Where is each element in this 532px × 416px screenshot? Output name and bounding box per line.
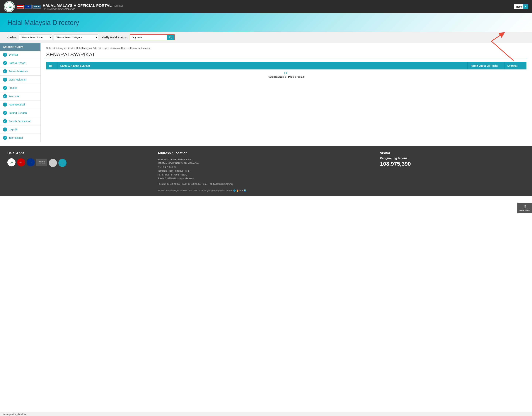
sidebar-item-hotel[interactable]: ✓ Hotel & Resort bbox=[0, 59, 40, 67]
welcome-text: Selamat datang ke direktori Halal Malays… bbox=[46, 47, 526, 49]
portal-title: HALAL MALAYSIA OFFICIAL PORTAL ENG BM bbox=[43, 3, 512, 8]
malaysia-flag bbox=[17, 5, 24, 9]
footer-apps: Halal Apps حلال MY ☽ JABATANSYARIKAT ● bbox=[7, 151, 152, 192]
sidebar-label-premis: Premis Makanan bbox=[9, 70, 28, 73]
section-title: SENARAI SYARIKAT bbox=[46, 52, 526, 59]
check-icon-produk: ✓ bbox=[3, 86, 7, 90]
sidebar-item-produk[interactable]: ✓ Produk bbox=[0, 84, 40, 92]
footer-address-body: BAHAGIAN PENGURUSAN HALAL, JABATAN KEMAJ… bbox=[158, 158, 374, 180]
svg-line-1 bbox=[171, 38, 172, 39]
footer: Halal Apps حلال MY ☽ JABATANSYARIKAT ● bbox=[0, 146, 532, 196]
verify-search-wrapper bbox=[130, 34, 175, 40]
nav-menu-select[interactable]: Home bbox=[514, 4, 528, 9]
footer-address: Address / Location BAHAGIAN PENGURUSAN H… bbox=[158, 151, 374, 192]
results-table-wrapper: Bil Nama & Alamat Syarikat Tarikh Luput … bbox=[46, 62, 526, 81]
sidebar-label-hotel: Hotel & Resort bbox=[9, 62, 25, 65]
app-logo-4: JABATANSYARIKAT bbox=[36, 159, 47, 166]
content-area: Selamat datang ke direktori Halal Malays… bbox=[41, 43, 532, 142]
footer-visitor: Visitor Pengunjung terkini : 108,975,390 bbox=[380, 151, 525, 192]
col-header-cert: Syarikat bbox=[504, 62, 526, 69]
check-icon-logistik: ✓ bbox=[3, 127, 7, 132]
sidebar-item-kosmetik[interactable]: ✓ Kosmetik bbox=[0, 92, 40, 101]
verify-search-input[interactable] bbox=[130, 35, 167, 40]
svg-point-0 bbox=[170, 36, 171, 38]
check-icon-hotel: ✓ bbox=[3, 61, 7, 65]
visitor-title: Visitor bbox=[380, 151, 525, 155]
app-logo-6: H bbox=[58, 159, 66, 167]
pagination[interactable]: [ 1 ] bbox=[46, 69, 526, 75]
footer-apps-title: Halal Apps bbox=[7, 151, 152, 155]
main-content: Kategori / Skim ✓ Syarikat ✓ Hotel & Res… bbox=[0, 43, 532, 142]
check-icon-international: ✓ bbox=[3, 136, 7, 140]
footer-logos: حلال MY ☽ JABATANSYARIKAT ● H bbox=[7, 158, 152, 167]
check-icon-menu: ✓ bbox=[3, 78, 7, 82]
footer-address-title: Address / Location bbox=[158, 151, 374, 155]
nav-menu-wrapper[interactable]: Home ▼ bbox=[514, 4, 528, 9]
halal-logo: حلال bbox=[4, 1, 15, 12]
site-header: حلال ☽✦ JAKIM HALAL MALAYSIA OFFICIAL PO… bbox=[0, 0, 532, 13]
category-select[interactable]: Please Select Category bbox=[54, 35, 98, 40]
flag-logos: ☽✦ JAKIM bbox=[17, 5, 41, 9]
crescent-flag: ☽✦ bbox=[25, 5, 32, 9]
sidebar-label-barang: Barang Gunaan bbox=[9, 111, 27, 114]
directory-title: Halal Malaysia Directory bbox=[7, 19, 525, 27]
sidebar-label-syarikat: Syarikat bbox=[9, 53, 18, 56]
sidebar-item-menu[interactable]: ✓ Menu Makanan bbox=[0, 76, 40, 84]
check-icon-rumah: ✓ bbox=[3, 119, 7, 123]
verify-label: Verify Halal Status : bbox=[102, 36, 128, 39]
sidebar-item-barang[interactable]: ✓ Barang Gunaan bbox=[0, 109, 40, 117]
sidebar-label-international: International bbox=[9, 136, 23, 139]
sidebar-item-syarikat[interactable]: ✓ Syarikat bbox=[0, 51, 40, 59]
sidebar-label-produk: Produk bbox=[9, 86, 17, 89]
check-icon-farma: ✓ bbox=[3, 103, 7, 107]
record-info: Total Record : 0 - Page 1 From 0 bbox=[46, 75, 526, 81]
search-label: Carian: bbox=[7, 36, 17, 39]
sidebar-item-premis[interactable]: ✓ Premis Makanan bbox=[0, 67, 40, 76]
footer-resolution: Paparan terbaik dengan resolusi 1024 x 7… bbox=[158, 189, 374, 192]
portal-subtitle: PORTAL RASMI HALAL MALAYSIA bbox=[43, 8, 512, 10]
results-table: Bil Nama & Alamat Syarikat Tarikh Luput … bbox=[46, 62, 526, 69]
search-button[interactable] bbox=[167, 35, 174, 40]
footer-grid: Halal Apps حلال MY ☽ JABATANSYARIKAT ● bbox=[7, 151, 525, 192]
search-bar: Carian: Please Select State Please Selec… bbox=[0, 32, 532, 43]
search-icon bbox=[169, 36, 172, 39]
sidebar-item-rumah[interactable]: ✓ Rumah Sembelihan bbox=[0, 117, 40, 125]
sidebar-item-international[interactable]: ✓ International bbox=[0, 134, 40, 142]
halal-logo-inner: حلال bbox=[4, 2, 14, 11]
lang-switch[interactable]: ENG BM bbox=[113, 5, 123, 7]
app-logo-1: حلال bbox=[7, 158, 16, 166]
col-header-name: Nama & Alamat Syarikat bbox=[57, 62, 467, 69]
app-logo-3: ☽ bbox=[27, 158, 35, 166]
sidebar-label-logistik: Logistik bbox=[9, 128, 17, 131]
state-select[interactable]: Please Select State bbox=[19, 35, 52, 40]
visitor-label: Pengunjung terkini : bbox=[380, 157, 525, 160]
col-header-date: Tarikh Luput Sijil Halal bbox=[467, 62, 504, 69]
check-icon-syarikat: ✓ bbox=[3, 53, 7, 57]
col-header-no: Bil bbox=[46, 62, 57, 69]
sidebar-label-menu: Menu Makanan bbox=[9, 78, 26, 81]
jakim-logo: JAKIM bbox=[32, 5, 41, 9]
app-logo-5: ● bbox=[49, 159, 57, 167]
hero-banner: Halal Malaysia Directory bbox=[0, 13, 532, 32]
check-icon-premis: ✓ bbox=[3, 69, 7, 73]
header-nav: Home ▼ bbox=[514, 4, 528, 9]
sidebar-label-rumah: Rumah Sembelihan bbox=[9, 120, 31, 123]
visitor-count: 108,975,390 bbox=[380, 161, 525, 167]
browser-icons: 🌐 🔥 ◈ ✦ 🌍 bbox=[233, 189, 246, 191]
app-logo-2: MY bbox=[17, 158, 25, 166]
header-title: HALAL MALAYSIA OFFICIAL PORTAL ENG BM PO… bbox=[43, 3, 512, 10]
footer-contact: Telefon : 03-8892 5000 | Fax : 03-8892 5… bbox=[158, 182, 374, 186]
sidebar-item-logistik[interactable]: ✓ Logistik bbox=[0, 125, 40, 134]
sidebar-item-farma[interactable]: ✓ Farmaseutikal bbox=[0, 101, 40, 109]
check-icon-kosmetik: ✓ bbox=[3, 94, 7, 98]
check-icon-barang: ✓ bbox=[3, 111, 7, 115]
sidebar: Kategori / Skim ✓ Syarikat ✓ Hotel & Res… bbox=[0, 43, 41, 142]
sidebar-label-kosmetik: Kosmetik bbox=[9, 95, 19, 98]
sidebar-header: Kategori / Skim bbox=[0, 43, 40, 51]
sidebar-label-farma: Farmaseutikal bbox=[9, 103, 25, 106]
